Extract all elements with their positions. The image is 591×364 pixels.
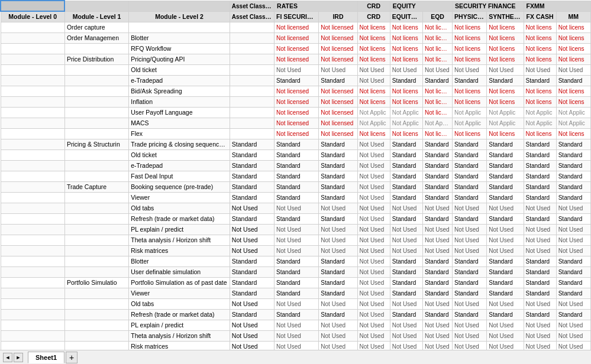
cell-m2[interactable]: Blotter [129,32,230,43]
cell-m1[interactable]: Trade Capture [64,181,128,192]
cell-fx[interactable]: Not Used [524,224,556,235]
cell-crd[interactable]: Not Used [357,235,390,245]
cell-crd[interactable]: Not Applic [357,118,390,128]
cell-eqd[interactable]: Not licens [422,43,452,54]
cell-fx[interactable]: Not licens [524,54,556,64]
cell-m1[interactable] [64,320,128,330]
cell-m2[interactable]: Refresh (trade or market data) [129,213,230,224]
cell-m0[interactable] [1,96,64,107]
cell-m0[interactable] [1,320,64,330]
cell-eqse[interactable]: Not Used [390,330,422,341]
cell-phy[interactable]: Not Used [453,224,487,235]
cell-fx[interactable]: Not Applic [524,118,556,128]
cell-crd[interactable]: Not licens [357,96,390,107]
cell-fx[interactable]: Standard [524,171,556,181]
cell-syn[interactable]: Standard [487,75,524,86]
cell-m0[interactable] [1,288,64,298]
cell-mm[interactable]: Standard [556,75,590,86]
cell-phy[interactable]: Standard [453,256,487,266]
cell-m2[interactable]: Inflation [129,96,230,107]
cell-fi[interactable]: Standard [274,139,319,150]
cell-ird[interactable]: Not Used [319,298,357,309]
cell-ird[interactable]: Not Used [319,224,357,235]
cell-eqd[interactable]: Standard [422,277,452,288]
cell-crd[interactable]: Not Used [357,288,390,298]
cell-eqse[interactable]: Not Used [390,203,422,213]
cell-ac[interactable]: Not Used [230,330,274,341]
cell-ird[interactable]: Not licensed [319,128,357,139]
cell-m0[interactable] [1,298,64,309]
cell-eqd[interactable]: Not Used [422,298,452,309]
cell-m0[interactable] [1,118,64,128]
cell-ac[interactable]: Standard [230,256,274,266]
cell-m0[interactable] [1,266,64,277]
cell-phy[interactable]: Not Used [453,298,487,309]
cell-fi[interactable]: Standard [274,309,319,320]
cell-m2[interactable]: Theta analysis / Horizon shift [129,235,230,245]
cell-m1[interactable] [64,245,128,256]
cell-phy[interactable]: Not licens [453,54,487,64]
cell-eqse[interactable]: Standard [390,181,422,192]
cell-ird[interactable]: Not licensed [319,32,357,43]
cell-m1[interactable]: Order capture [64,22,128,32]
cell-m1[interactable] [64,64,128,75]
cell-m1[interactable] [64,107,128,118]
cell-m0[interactable] [1,128,64,139]
cell-fi[interactable]: Not licensed [274,54,319,64]
cell-eqd[interactable]: Not Applic [422,118,452,128]
cell-mm[interactable]: Not Used [556,341,590,350]
cell-m0[interactable] [1,160,64,171]
cell-m2[interactable]: RFQ Workflow [129,43,230,54]
cell-ac[interactable]: Standard [230,171,274,181]
cell-m2[interactable]: Viewer [129,288,230,298]
cell-ac[interactable]: Not Used [230,245,274,256]
cell-m2[interactable]: e-Tradepad [129,160,230,171]
cell-fi[interactable]: Standard [274,266,319,277]
cell-eqse[interactable]: Standard [390,213,422,224]
cell-ac[interactable]: Standard [230,181,274,192]
cell-phy[interactable]: Not Applic [453,118,487,128]
cell-m0[interactable] [1,224,64,235]
cell-mm[interactable]: Standard [556,192,590,203]
cell-ac[interactable] [230,22,274,32]
cell-crd[interactable]: Not licens [357,86,390,96]
cell-m2[interactable]: Theta analysis / Horizon shift [129,330,230,341]
cell-mm[interactable]: Not licens [556,128,590,139]
cell-fi[interactable]: Standard [274,171,319,181]
cell-crd[interactable]: Not licens [357,22,390,32]
cell-eqse[interactable]: Standard [390,309,422,320]
cell-crd[interactable]: Not Used [357,181,390,192]
cell-m1[interactable] [64,298,128,309]
cell-ac[interactable]: Standard [230,150,274,160]
table-wrapper[interactable]: Asset Class - Level RATES CRD EQUITY SEC… [0,0,591,350]
cell-eqd[interactable]: Not licens [422,96,452,107]
cell-eqd[interactable]: Not licens [422,32,452,43]
cell-m2[interactable]: PL explain / predict [129,320,230,330]
cell-fx[interactable]: Standard [524,266,556,277]
cell-m1[interactable] [64,224,128,235]
cell-eqd[interactable]: Standard [422,171,452,181]
cell-eqse[interactable]: Not Used [390,64,422,75]
cell-mm[interactable]: Not Used [556,330,590,341]
cell-m2[interactable]: Old tabs [129,203,230,213]
cell-ac[interactable] [230,128,274,139]
cell-fx[interactable]: Not Used [524,203,556,213]
cell-ird[interactable]: Not licensed [319,118,357,128]
cell-eqd[interactable]: Not licens [422,86,452,96]
cell-ac[interactable]: Standard [230,139,274,150]
cell-crd[interactable]: Not Applic [357,107,390,118]
cell-m0[interactable] [1,22,64,32]
cell-m0[interactable] [1,192,64,203]
cell-fx[interactable]: Not licens [524,43,556,54]
cell-ird[interactable]: Standard [319,213,357,224]
cell-m0[interactable] [1,213,64,224]
cell-fi[interactable]: Not Used [274,64,319,75]
cell-m2[interactable]: Risk matrices [129,245,230,256]
cell-eqse[interactable]: Not Applic [390,118,422,128]
cell-eqse[interactable]: Standard [390,139,422,150]
cell-m0[interactable] [1,54,64,64]
cell-eqd[interactable]: Standard [422,192,452,203]
cell-fi[interactable]: Not Used [274,235,319,245]
cell-fx[interactable]: Standard [524,309,556,320]
cell-eqd[interactable]: Standard [422,150,452,160]
